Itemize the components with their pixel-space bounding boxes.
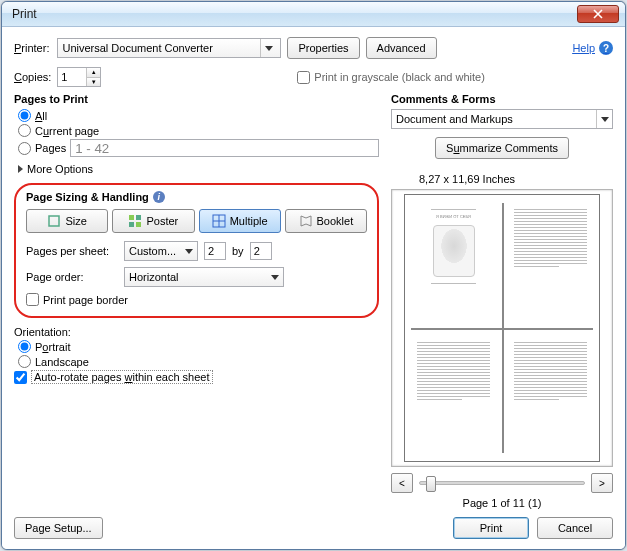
sizing-handling-section: Page Sizing & Handling i Size Poster <box>14 183 379 318</box>
help-link[interactable]: Help ? <box>572 41 613 55</box>
pages-range-input[interactable] <box>70 139 379 157</box>
svg-rect-0 <box>49 216 59 226</box>
properties-button[interactable]: Properties <box>287 37 359 59</box>
booklet-icon <box>299 214 313 228</box>
preview-frame: Я ВИЖИ ОТ СЕБЯ <box>391 189 613 467</box>
pps-x-input[interactable] <box>204 242 226 260</box>
radio-current[interactable] <box>18 124 31 137</box>
chevron-down-icon <box>260 39 276 57</box>
auto-rotate-checkbox[interactable] <box>14 371 27 384</box>
grayscale-checkbox[interactable] <box>297 71 310 84</box>
window-title: Print <box>12 7 37 21</box>
radio-pages[interactable] <box>18 142 31 155</box>
spin-up-icon[interactable]: ▲ <box>87 68 100 78</box>
copies-label: Copies: <box>14 71 51 83</box>
comments-mode-select[interactable]: Document and Markups <box>391 109 613 129</box>
help-icon: ? <box>599 41 613 55</box>
radio-portrait[interactable] <box>18 340 31 353</box>
summarize-button[interactable]: Summarize Comments <box>435 137 569 159</box>
titlebar: Print <box>2 2 625 27</box>
page-setup-button[interactable]: Page Setup... <box>14 517 103 539</box>
printer-select[interactable]: Universal Document Converter <box>57 38 281 58</box>
svg-rect-1 <box>129 215 134 220</box>
multiple-icon <box>212 214 226 228</box>
poster-icon <box>128 214 142 228</box>
chevron-down-icon <box>181 242 197 260</box>
preview-sheet: Я ВИЖИ ОТ СЕБЯ <box>404 194 600 462</box>
page-order-select[interactable]: Horizontal <box>124 267 284 287</box>
preview-page-4 <box>508 334 593 455</box>
face-image-icon <box>433 225 475 277</box>
copies-stepper[interactable]: ▲ ▼ <box>57 67 101 87</box>
auto-rotate-toggle[interactable]: Auto-rotate pages within each sheet <box>14 370 379 384</box>
pps-mode-select[interactable]: Custom... <box>124 241 198 261</box>
grayscale-toggle[interactable]: Print in grayscale (black and white) <box>297 71 485 84</box>
radio-landscape[interactable] <box>18 355 31 368</box>
chevron-down-icon <box>267 268 283 286</box>
preview-dimensions: 8,27 x 11,69 Inches <box>419 173 613 185</box>
svg-rect-3 <box>129 222 134 227</box>
size-icon <box>47 214 61 228</box>
page-order-label: Page order: <box>26 271 118 283</box>
triangle-right-icon <box>18 165 23 173</box>
orientation-heading: Orientation: <box>14 326 379 338</box>
page-counter: Page 1 of 11 (1) <box>391 497 613 509</box>
preview-page-3 <box>411 334 496 455</box>
print-border-checkbox[interactable] <box>26 293 39 306</box>
printer-value: Universal Document Converter <box>62 42 212 54</box>
copies-input[interactable] <box>58 68 86 86</box>
mode-booklet[interactable]: Booklet <box>285 209 367 233</box>
print-dialog: Print PPrinter:rinter: Universal Documen… <box>1 1 626 550</box>
mode-size[interactable]: Size <box>26 209 108 233</box>
mode-multiple[interactable]: Multiple <box>199 209 281 233</box>
pps-y-input[interactable] <box>250 242 272 260</box>
orientation-section: Orientation: Portrait Landscape Auto-rot… <box>14 326 379 384</box>
preview-prev-button[interactable]: < <box>391 473 413 493</box>
svg-rect-2 <box>136 215 141 220</box>
svg-rect-4 <box>136 222 141 227</box>
pages-to-print-heading: Pages to Print <box>14 93 379 105</box>
radio-all[interactable] <box>18 109 31 122</box>
mode-poster[interactable]: Poster <box>112 209 194 233</box>
preview-slider[interactable] <box>419 481 585 485</box>
print-button[interactable]: Print <box>453 517 529 539</box>
spin-down-icon[interactable]: ▼ <box>87 78 100 87</box>
cancel-button[interactable]: Cancel <box>537 517 613 539</box>
printer-label: PPrinter:rinter: <box>14 42 49 54</box>
info-icon[interactable]: i <box>153 191 165 203</box>
chevron-down-icon <box>596 110 612 128</box>
preview-page-2 <box>508 201 593 322</box>
advanced-button[interactable]: Advanced <box>366 37 437 59</box>
close-button[interactable] <box>577 5 619 23</box>
print-border-toggle[interactable]: Print page border <box>26 293 367 306</box>
sizing-heading: Page Sizing & Handling <box>26 191 149 203</box>
slider-thumb[interactable] <box>426 476 436 492</box>
pps-label: Pages per sheet: <box>26 245 118 257</box>
comments-forms-heading: Comments & Forms <box>391 93 613 105</box>
more-options[interactable]: More Options <box>18 163 379 175</box>
close-icon <box>593 9 603 19</box>
preview-page-1: Я ВИЖИ ОТ СЕБЯ <box>411 201 496 322</box>
preview-next-button[interactable]: > <box>591 473 613 493</box>
